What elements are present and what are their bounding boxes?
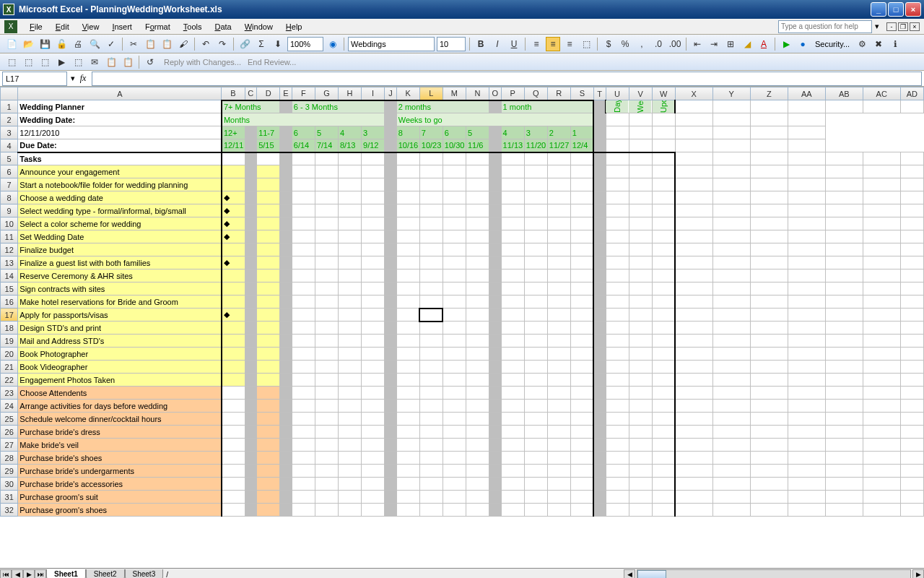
active-cell[interactable] — [419, 309, 443, 322]
sum-icon[interactable]: Σ — [254, 37, 269, 51]
rt4-icon[interactable]: ▶ — [54, 55, 69, 69]
col-header-V[interactable]: V — [629, 87, 652, 100]
row-header-5[interactable]: 5 — [1, 152, 18, 165]
print-icon[interactable]: 🖨 — [71, 37, 85, 51]
col-header-O[interactable]: O — [489, 87, 502, 100]
day-before-col[interactable]: Day Before — [606, 100, 629, 113]
rt5-icon[interactable]: ⬚ — [71, 55, 85, 69]
col-header-L[interactable]: L — [419, 87, 443, 100]
row-header-11[interactable]: 11 — [1, 230, 18, 243]
doc-restore-button[interactable]: ❐ — [898, 22, 908, 31]
play-icon[interactable]: ▶ — [779, 37, 793, 51]
col-header-N[interactable]: N — [466, 87, 489, 100]
close-button[interactable]: × — [905, 2, 921, 17]
sort-icon[interactable]: ⬇ — [271, 37, 285, 51]
menu-edit[interactable]: Edit — [51, 21, 74, 33]
zoom-select[interactable] — [287, 37, 323, 51]
rt9-icon[interactable]: ↺ — [143, 55, 157, 69]
row-header-27[interactable]: 27 — [1, 439, 18, 452]
row-header-8[interactable]: 8 — [1, 191, 18, 204]
col-header-R[interactable]: R — [547, 87, 570, 100]
row-header-13[interactable]: 13 — [1, 256, 18, 269]
row-header-14[interactable]: 14 — [1, 269, 18, 282]
row-header-12[interactable]: 12 — [1, 243, 18, 256]
row-header-3[interactable]: 3 — [1, 126, 18, 139]
row-header-21[interactable]: 21 — [1, 361, 18, 374]
col-header-D[interactable]: D — [257, 87, 280, 100]
row-header-30[interactable]: 30 — [1, 478, 18, 491]
align-right-icon[interactable]: ≡ — [562, 37, 577, 51]
reply-changes-button[interactable]: Reply with Changes... — [160, 58, 245, 66]
col-header-P[interactable]: P — [501, 87, 524, 100]
rt1-icon[interactable]: ⬚ — [4, 55, 19, 69]
row-header-15[interactable]: 15 — [1, 282, 18, 296]
italic-icon[interactable]: I — [490, 37, 505, 51]
name-dropdown-icon[interactable]: ▾ — [69, 74, 77, 83]
row-header-2[interactable]: 2 — [1, 113, 18, 126]
paste-icon[interactable]: 📋 — [160, 37, 174, 51]
rt2-icon[interactable]: ⬚ — [21, 55, 35, 69]
col-header-U[interactable]: U — [606, 87, 629, 100]
row-header-32[interactable]: 32 — [1, 504, 18, 517]
col-header-AA[interactable]: AA — [788, 87, 825, 100]
menu-tools[interactable]: Tools — [178, 21, 207, 33]
menu-view[interactable]: View — [77, 21, 105, 33]
row-header-4[interactable]: 4 — [1, 139, 18, 152]
col-header-W[interactable]: W — [652, 87, 675, 100]
row-header-23[interactable]: 23 — [1, 387, 18, 400]
col-header-C[interactable]: C — [245, 87, 257, 100]
fill-color-icon[interactable]: ◢ — [740, 37, 754, 51]
row-header-7[interactable]: 7 — [1, 178, 18, 191]
align-left-icon[interactable]: ≡ — [529, 37, 544, 51]
maximize-button[interactable]: □ — [888, 2, 904, 17]
row-header-10[interactable]: 10 — [1, 217, 18, 230]
row-header-6[interactable]: 6 — [1, 165, 18, 178]
name-box[interactable] — [2, 72, 67, 86]
row-header-24[interactable]: 24 — [1, 400, 18, 413]
security-button[interactable]: Security... — [812, 40, 853, 48]
cut-icon[interactable]: ✂ — [126, 37, 141, 51]
tool1-icon[interactable]: ✖ — [871, 37, 886, 51]
tab-last-icon[interactable]: ⏭ — [35, 569, 46, 579]
col-header-S[interactable]: S — [570, 87, 593, 100]
help-search-input[interactable] — [778, 20, 872, 33]
col-header-K[interactable]: K — [396, 87, 419, 100]
rt3-icon[interactable]: ⬚ — [38, 55, 52, 69]
row-header-9[interactable]: 9 — [1, 204, 18, 217]
tab-next-icon[interactable]: ▶ — [23, 569, 35, 579]
row-header-19[interactable]: 19 — [1, 335, 18, 348]
link-icon[interactable]: 🔗 — [237, 37, 252, 51]
row-header-18[interactable]: 18 — [1, 322, 18, 335]
menu-format[interactable]: Format — [140, 21, 175, 33]
col-header-AD[interactable]: AD — [900, 87, 923, 100]
comma-icon[interactable]: , — [635, 37, 649, 51]
percent-icon[interactable]: % — [618, 37, 632, 51]
minimize-button[interactable]: _ — [871, 2, 886, 17]
preview-icon[interactable]: 🔍 — [87, 37, 102, 51]
col-header-I[interactable]: I — [362, 87, 385, 100]
col-header-E[interactable]: E — [280, 87, 292, 100]
undo-icon[interactable]: ↶ — [199, 37, 213, 51]
hscroll-thumb[interactable] — [637, 570, 666, 579]
help-dropdown-icon[interactable]: ▾ — [875, 22, 879, 31]
hscroll-track[interactable] — [637, 569, 911, 579]
copy-icon[interactable]: 📋 — [143, 37, 157, 51]
inc-decimal-icon[interactable]: .0 — [651, 37, 666, 51]
hscroll-right-icon[interactable]: ▶ — [912, 569, 924, 579]
col-header-H[interactable]: H — [338, 87, 361, 100]
border-icon[interactable]: ⊞ — [723, 37, 738, 51]
col-header-B[interactable]: B — [222, 87, 245, 100]
col-header-AC[interactable]: AC — [863, 87, 900, 100]
menu-data[interactable]: Data — [209, 21, 236, 33]
col-header-Y[interactable]: Y — [712, 87, 750, 100]
row-header-25[interactable]: 25 — [1, 413, 18, 426]
dec-indent-icon[interactable]: ⇤ — [690, 37, 705, 51]
col-header-Z[interactable]: Z — [750, 87, 788, 100]
record-icon[interactable]: ● — [796, 37, 810, 51]
format-painter-icon[interactable]: 🖌 — [176, 37, 191, 51]
sheet-tab-2[interactable]: Sheet2 — [86, 569, 125, 578]
col-header-T[interactable]: T — [593, 87, 606, 100]
row-header-28[interactable]: 28 — [1, 452, 18, 465]
spell-icon[interactable]: ✓ — [104, 37, 118, 51]
help-icon[interactable]: ◉ — [326, 37, 340, 51]
